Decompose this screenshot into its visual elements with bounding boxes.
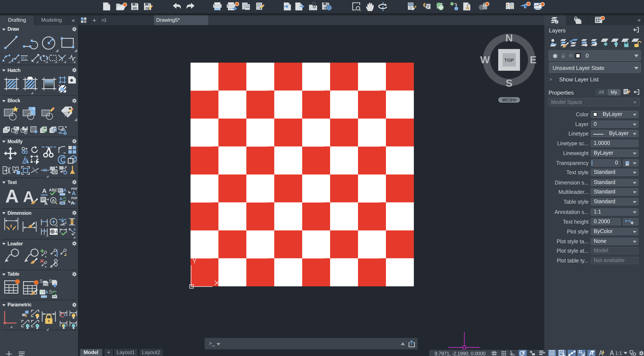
svg-text:A: A [60, 196, 62, 201]
svg-text:TOP: TOP [504, 57, 514, 63]
svg-text:PDF: PDF [71, 196, 78, 200]
svg-text:S: S [49, 289, 52, 295]
svg-text:x: x [74, 227, 76, 231]
svg-text:i: i [556, 20, 557, 24]
svg-text:E: E [530, 54, 536, 65]
svg-text:N: N [505, 32, 513, 44]
svg-text:A: A [63, 188, 66, 193]
svg-text:A: A [44, 201, 48, 206]
svg-text:ABC: ABC [49, 188, 58, 192]
svg-text:S: S [49, 278, 52, 284]
svg-text:A: A [45, 290, 48, 294]
svg-text:A: A [72, 190, 76, 196]
svg-text:.1: .1 [54, 230, 57, 234]
svg-text:S: S [40, 278, 43, 284]
svg-text:A: A [42, 187, 47, 194]
svg-text:S: S [506, 77, 512, 89]
svg-text:W: W [480, 54, 490, 65]
svg-text:A: A [52, 198, 55, 202]
